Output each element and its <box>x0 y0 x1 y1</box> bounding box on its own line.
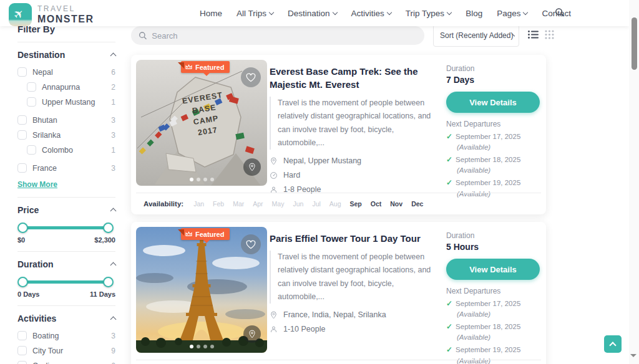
departure-status: (Available) <box>446 165 541 176</box>
section-price-header[interactable]: Price <box>17 205 115 215</box>
price-min-handle[interactable] <box>17 223 28 233</box>
duration-label: Duration <box>446 64 541 73</box>
scrollbar-thumb[interactable] <box>632 17 637 70</box>
nav-item-trip-types[interactable]: Trip Types <box>406 9 451 18</box>
checkbox[interactable] <box>27 145 36 155</box>
filter-count: 1 <box>111 146 115 155</box>
section-activities-header[interactable]: Activities <box>17 314 115 323</box>
section-duration-header[interactable]: Duration <box>17 259 115 269</box>
brand-name-top: TRAVEL <box>37 5 94 14</box>
filter-count: 1 <box>111 98 115 107</box>
trip-booking-panel: Duration 5 Hours View Details Next Depar… <box>446 231 541 364</box>
map-pin-button[interactable] <box>243 158 261 176</box>
divider <box>17 251 115 252</box>
trip-title[interactable]: Paris Effiel Tower Tour 1 Day Tour <box>270 232 442 245</box>
filter-label: Nepal <box>32 68 111 77</box>
nav-search-icon[interactable] <box>555 7 564 19</box>
departure-item: ✓September 17, 2025 (Available) <box>446 132 541 153</box>
search-input[interactable] <box>152 31 417 41</box>
brand-logo[interactable]: ✈ TRAVEL MONSTER <box>9 3 94 26</box>
checkbox[interactable] <box>17 361 27 364</box>
filter-item-annapurna: Annapurna 2 <box>17 82 115 92</box>
nav-item-all-trips[interactable]: All Trips <box>237 9 273 18</box>
checkbox[interactable] <box>17 130 27 140</box>
carousel-dot[interactable] <box>197 178 200 181</box>
section-title: Price <box>17 205 39 215</box>
view-details-button[interactable]: View Details <box>446 259 540 280</box>
checkbox[interactable] <box>17 346 27 355</box>
chevron-down-icon <box>523 9 528 14</box>
trip-photo-everest[interactable]: EVEREST BASE CAMP 2017 Featured <box>136 60 267 186</box>
chevron-down-icon <box>332 9 337 14</box>
filter-count: 9 <box>111 347 115 355</box>
checkbox[interactable] <box>27 82 36 92</box>
duration-max-handle[interactable] <box>103 277 114 287</box>
carousel-dot[interactable] <box>190 345 193 348</box>
nav-item-blog[interactable]: Blog <box>466 9 482 18</box>
filter-item-france: France 3 <box>17 163 115 173</box>
nav-item-destination[interactable]: Destination <box>288 9 337 18</box>
trip-location: France, India, Nepal, Srilanka <box>283 310 386 319</box>
carousel-dot[interactable] <box>190 178 193 181</box>
checkbox[interactable] <box>17 163 27 173</box>
departure-item: ✓September 18, 2025 (Available) <box>446 155 541 176</box>
carousel-dot[interactable] <box>210 178 214 181</box>
nav-item-pages[interactable]: Pages <box>497 9 527 18</box>
trip-difficulty: Hard <box>283 171 300 180</box>
check-icon: ✓ <box>446 132 452 142</box>
results-toolbar: Sort (Recently Added) <box>131 26 548 55</box>
checkbox[interactable] <box>17 67 27 77</box>
filter-label: Bhutan <box>32 116 111 125</box>
scrollbar-down-arrow[interactable] <box>630 354 637 360</box>
sort-dropdown[interactable]: Sort (Recently Added) <box>433 24 519 47</box>
divider <box>17 42 115 42</box>
map-pin-button[interactable] <box>243 325 261 343</box>
chevron-up-icon <box>110 53 117 59</box>
view-details-button[interactable]: View Details <box>446 92 540 113</box>
filter-label: Srilanka <box>32 131 111 140</box>
nav-item-activities[interactable]: Activities <box>351 9 391 18</box>
checkbox[interactable] <box>17 331 27 340</box>
list-view-icon[interactable] <box>528 30 539 39</box>
filter-label: Cycling <box>32 362 111 364</box>
scroll-to-top-button[interactable] <box>604 335 622 353</box>
checkbox[interactable] <box>27 97 36 107</box>
month-active: Nov <box>390 200 402 208</box>
divider <box>17 305 115 306</box>
departure-item: ✓September 17, 2025 (Available) <box>446 299 541 320</box>
filter-item-boating: Boating 3 <box>17 331 115 340</box>
filter-item-colombo: Colombo 1 <box>17 145 115 155</box>
carousel-dot[interactable] <box>197 345 200 348</box>
month: Feb <box>213 200 224 208</box>
trip-title[interactable]: Everest Base Camp Trek: See the Majestic… <box>270 65 442 91</box>
carousel-dot[interactable] <box>203 345 207 348</box>
nav-label: Home <box>200 9 222 18</box>
month: Aug <box>329 200 341 208</box>
carousel-dot[interactable] <box>210 345 214 348</box>
departure-status: (Available) <box>446 332 541 343</box>
trip-photo-paris[interactable]: Featured <box>136 227 267 353</box>
duration-range-labels: 0 Days 11 Days <box>17 290 115 298</box>
section-destination-header[interactable]: Destination <box>17 50 115 60</box>
departure-date: September 18, 2025 <box>456 155 520 165</box>
section-title: Destination <box>17 50 65 60</box>
destination-show-more-link[interactable]: Show More <box>17 180 57 189</box>
carousel-dot[interactable] <box>203 178 207 181</box>
checkbox[interactable] <box>17 115 27 125</box>
nav-item-home[interactable]: Home <box>200 9 222 18</box>
departure-status: (Available) <box>446 309 541 320</box>
filter-count: 6 <box>111 362 115 364</box>
favorite-button[interactable] <box>241 67 261 87</box>
top-navigation-bar: ✈ TRAVEL MONSTER Home All Trips Destinat… <box>0 0 629 26</box>
price-max-handle[interactable] <box>103 223 114 233</box>
month: Jul <box>312 200 320 208</box>
chevron-up-icon <box>110 317 117 323</box>
section-title: Duration <box>17 259 54 269</box>
favorite-button[interactable] <box>241 234 261 254</box>
trip-location: Nepal, Upper Mustang <box>283 156 361 165</box>
month-active: Oct <box>371 200 382 208</box>
slider-track <box>19 280 112 284</box>
duration-min-handle[interactable] <box>17 277 28 287</box>
month: Mar <box>233 200 244 208</box>
grid-view-icon[interactable] <box>545 30 554 39</box>
